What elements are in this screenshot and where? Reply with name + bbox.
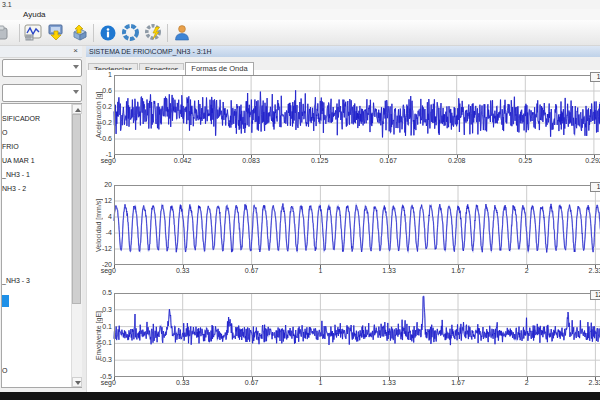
toolbar-separator	[93, 24, 94, 42]
sidebar: × SIFICADOROFRIOUA MAR 1_NH3 - 1NH3 - 2_…	[0, 46, 82, 390]
sidebar-header: ×	[0, 46, 82, 58]
list-item[interactable]: O	[2, 127, 68, 138]
waveform-calc-icon[interactable]	[22, 22, 45, 44]
equipment-list: SIFICADOROFRIOUA MAR 1_NH3 - 1NH3 - 2_NH…	[1, 103, 83, 388]
x-tick-label: 1.33	[375, 267, 403, 275]
y-tick-label: 0.6	[87, 87, 112, 95]
x-tick-label: 0	[100, 157, 128, 165]
menu-ayuda[interactable]: Ayuda	[20, 9, 49, 20]
x-tick-label: 1.33	[375, 379, 403, 387]
y-tick-label: -0.6	[87, 135, 112, 143]
list-scrollbar[interactable]	[71, 104, 82, 387]
report-icon[interactable]	[0, 22, 17, 44]
main-panel: SISTEMA DE FRIO\COMP_NH3 - 3:1H Tendenci…	[86, 46, 600, 392]
x-tick-label: 0.167	[374, 157, 402, 165]
x-tick-label: 0	[100, 267, 128, 275]
waveform-chart-3: Envolvente [gE]0.50.30.1-0.1-0.3-0.5seg0…	[87, 293, 600, 391]
x-tick-label: 2	[513, 379, 541, 387]
list-item[interactable]: _NH3 - 1	[2, 169, 68, 180]
y-tick-label: 0.1	[87, 323, 112, 331]
y-tick-label: -0.3	[87, 356, 112, 364]
chevron-down-icon	[73, 65, 79, 69]
x-tick-label: 0.67	[238, 379, 266, 387]
x-tick-label: 2.33	[581, 267, 600, 275]
scroll-up-icon[interactable]	[72, 104, 82, 114]
waveform-chart-1: Aceleración [g]10.60.2-0.2-0.6-1seg00.04…	[87, 75, 600, 169]
y-tick-label: 0.3	[87, 306, 112, 314]
x-tick-label: 0.042	[169, 157, 197, 165]
y-tick-label: 20	[87, 181, 112, 189]
charts-area: Aceleración [g]10.60.2-0.2-0.6-1seg00.04…	[86, 70, 600, 392]
y-tick-label: 1	[87, 71, 112, 79]
filter-combo-2[interactable]	[2, 84, 82, 102]
chevron-down-icon	[73, 90, 79, 94]
x-tick-label: 0.208	[443, 157, 471, 165]
cursor-badge: 1	[590, 72, 600, 82]
y-tick-label: -0.1	[87, 339, 112, 347]
cursor-badge: 1	[590, 182, 600, 192]
process-gear-bolt-icon[interactable]	[142, 22, 165, 44]
list-item[interactable]: FRIO	[2, 141, 68, 152]
x-tick-label: 1.67	[444, 379, 472, 387]
cursor-badge: 12	[590, 290, 600, 300]
filter-combo-1[interactable]	[2, 59, 82, 77]
x-tick-label: 0.33	[169, 267, 197, 275]
window-title: 3.1	[2, 1, 12, 8]
x-tick-label: 0.292	[580, 157, 600, 165]
x-tick-label: 0.125	[306, 157, 334, 165]
waveform-plot[interactable]	[114, 293, 600, 377]
scrollbar-thumb[interactable]	[72, 114, 81, 304]
list-item[interactable]: _NH3 - 3	[2, 275, 68, 286]
toolbar-separator	[167, 24, 168, 42]
application-window: 3.1 Ayuda ×	[0, 0, 600, 400]
x-tick-label: 0.25	[511, 157, 539, 165]
list-item[interactable]: O	[2, 365, 68, 376]
scroll-down-icon[interactable]	[72, 377, 82, 387]
x-tick-label: 2	[513, 267, 541, 275]
y-tick-label: -4	[87, 229, 112, 237]
x-tick-label: 0.33	[169, 379, 197, 387]
y-tick-label: 0.5	[87, 289, 112, 297]
tab-formas-de-onda[interactable]: Formas de Onda	[185, 62, 253, 75]
x-tick-label: 1	[306, 267, 334, 275]
info-icon[interactable]	[96, 22, 119, 44]
download-data-icon[interactable]	[45, 22, 68, 44]
x-tick-label: 2.33	[581, 379, 600, 387]
list-item[interactable]: SIFICADOR	[2, 113, 68, 124]
waveform-plot[interactable]	[114, 75, 600, 155]
toolbar	[0, 20, 600, 46]
y-tick-label: 4	[87, 213, 112, 221]
connection-ring-icon[interactable]	[119, 22, 142, 44]
y-tick-label: -0.2	[87, 119, 112, 127]
toolbar-separator	[19, 24, 20, 42]
x-tick-label: 1	[306, 379, 334, 387]
waveform-plot[interactable]	[114, 185, 600, 265]
list-item[interactable]: NH3 - 2	[2, 183, 68, 194]
list-item[interactable]: UA MAR 1	[2, 155, 68, 166]
y-tick-label: 12	[87, 197, 112, 205]
user-icon[interactable]	[170, 22, 193, 44]
x-tick-label: 0.67	[238, 267, 266, 275]
y-tick-label: 0.2	[87, 103, 112, 111]
waveform-chart-2: Velocidad [mm/s]20124-4-12-20seg00.330.6…	[87, 185, 600, 279]
window-titlebar: 3.1	[0, 0, 600, 9]
x-tick-label: 0.083	[237, 157, 265, 165]
close-icon[interactable]: ×	[71, 46, 80, 56]
tab-bar: TendenciasEspectrosFormas de Onda	[86, 57, 600, 71]
x-tick-label: 0	[100, 379, 128, 387]
list-item-selected[interactable]	[2, 295, 9, 307]
x-tick-label: 1.67	[444, 267, 472, 275]
status-bar	[0, 392, 600, 400]
upload-data-icon[interactable]	[68, 22, 91, 44]
menu-bar: Ayuda	[0, 9, 600, 20]
y-tick-label: -12	[87, 245, 112, 253]
